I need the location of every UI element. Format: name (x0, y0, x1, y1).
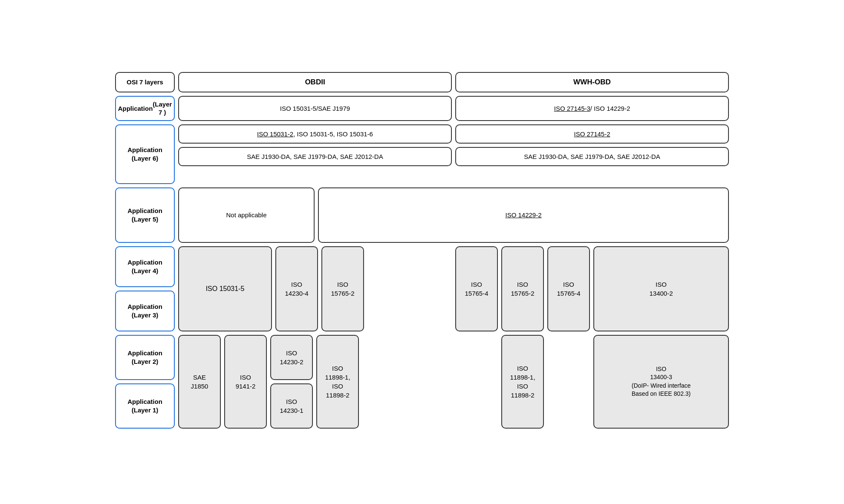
layer6-wwh-row1: ISO 27145-2 (455, 124, 729, 144)
diagram: OSI 7 layers OBDII WWH-OBD Application (… (107, 63, 737, 441)
layer6-wwh-row2: SAE J1930-DA, SAE J1979-DA, SAE J2012-DA (455, 147, 729, 166)
layer5-not-applicable: Not applicable (178, 187, 315, 243)
layer43-wwh-iso15765-2: ISO 15765-2 (501, 246, 544, 331)
layer21-row: Application (Layer 2) Application (Layer… (115, 335, 729, 429)
layer21-wwh-iso13400-3: ISO 13400-3 (DoIP- Wired interface Based… (593, 335, 729, 429)
layer43-row: Application (Layer 4) Application (Layer… (115, 246, 729, 331)
layer43-wwh-iso13400-2: ISO 13400-2 (593, 246, 729, 331)
layer21-sae-j1850: SAE J1850 (178, 335, 221, 429)
osi-header: OSI 7 layers (115, 72, 175, 92)
layer5-label: Application (Layer 5) (115, 187, 175, 243)
layer5-wwh: ISO 14229-2 (318, 187, 729, 243)
layer43-wwh-iso15765-4a: ISO 15765-4 (455, 246, 498, 331)
layer21-obdii-iso11898: ISO 11898-1, ISO 11898-2 (316, 335, 359, 429)
layer2-label: Application (Layer 2) (115, 335, 175, 380)
layer21-iso9141-2: ISO 9141-2 (224, 335, 267, 429)
wwh-header: WWH-OBD (455, 72, 729, 92)
layer43-wwh-iso15765-4b: ISO 15765-4 (547, 246, 590, 331)
layer4-label: Application (Layer 4) (115, 246, 175, 287)
layer3-label: Application (Layer 3) (115, 291, 175, 331)
layer21-labels: Application (Layer 2) Application (Layer… (115, 335, 175, 429)
layer7-obdii: ISO 15031-5/SAE J1979 (178, 96, 452, 121)
layer21-iso14230-1: ISO 14230-1 (270, 383, 313, 429)
layer6-obdii-row2: SAE J1930-DA, SAE J1979-DA, SAE J2012-DA (178, 147, 452, 166)
layer21-wwh-iso11898: ISO 11898-1, ISO 11898-2 (501, 335, 544, 429)
layer1-label: Application (Layer 1) (115, 383, 175, 429)
layer6-obdii-row1: ISO 15031-2, ISO 15031-5, ISO 15031-6 (178, 124, 452, 144)
layer5-row: Application (Layer 5) Not applicable ISO… (115, 187, 729, 243)
layer43-iso15765-2: ISO 15765-2 (321, 246, 364, 331)
layer21-iso14230-2: ISO 14230-2 (270, 335, 313, 380)
layer43-labels: Application (Layer 4) Application (Layer… (115, 246, 175, 331)
layer43-obdii-big: ISO 15031-5 (178, 246, 272, 331)
layer7-label: Application (Layer 7 ) (115, 96, 175, 121)
layer6-label: Application (Layer 6) (115, 124, 175, 184)
obdii-header: OBDII (178, 72, 452, 92)
layer6-row: Application (Layer 6) ISO 15031-2, ISO 1… (115, 124, 729, 184)
header-row: OSI 7 layers OBDII WWH-OBD (115, 72, 729, 92)
layer7-wwh: ISO 27145-3/ ISO 14229-2 (455, 96, 729, 121)
layer43-iso14230-4: ISO 14230-4 (275, 246, 318, 331)
layer7-row: Application (Layer 7 ) ISO 15031-5/SAE J… (115, 96, 729, 121)
